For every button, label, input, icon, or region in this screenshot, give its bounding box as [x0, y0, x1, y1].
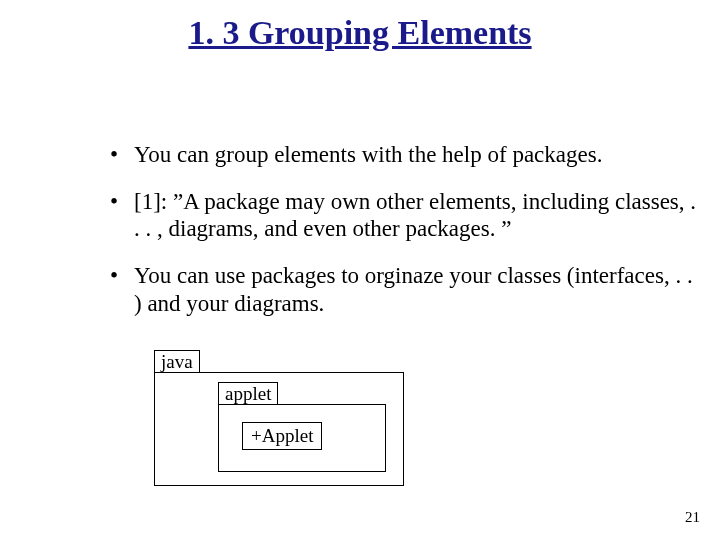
bullet-item: You can use packages to orginaze your cl…	[110, 262, 700, 316]
applet-class-box: +Applet	[242, 422, 322, 450]
slide-title: 1. 3 Grouping Elements	[0, 14, 720, 52]
bullet-item: You can group elements with the help of …	[110, 141, 700, 168]
slide: 1. 3 Grouping Elements You can group ele…	[0, 0, 720, 540]
uml-package-diagram: java applet +Applet	[154, 350, 414, 488]
bullet-list: You can group elements with the help of …	[70, 141, 700, 337]
bullet-item: [1]: ”A package may own other elements, …	[110, 188, 700, 242]
page-number: 21	[685, 509, 700, 526]
